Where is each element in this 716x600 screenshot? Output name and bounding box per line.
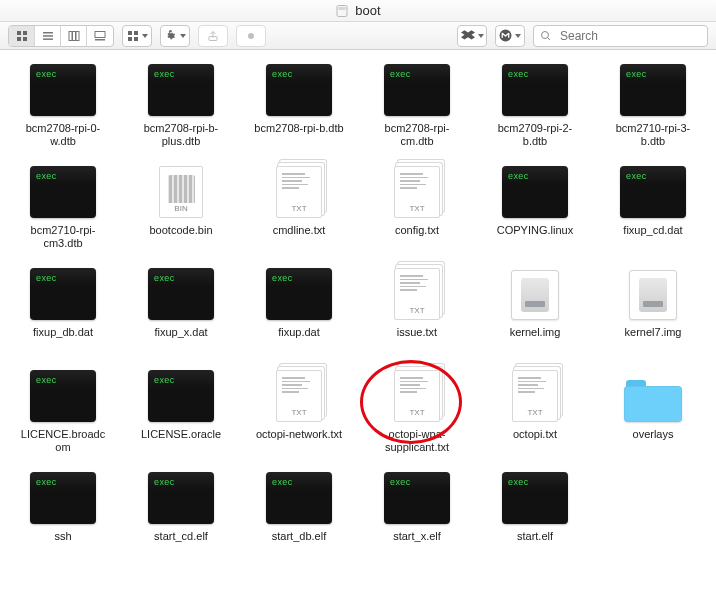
file-item[interactable]: exec start_x.elf xyxy=(372,472,462,556)
file-item[interactable]: TXT octopi-wpa-supplicant.txt xyxy=(372,370,462,454)
file-label: kernel7.img xyxy=(625,326,682,352)
mega-button[interactable] xyxy=(495,25,525,47)
file-label: config.txt xyxy=(395,224,439,250)
file-label: LICENSE.oracle xyxy=(141,428,221,454)
file-item[interactable]: exec bcm2708-rpi-b-plus.dtb xyxy=(136,64,226,148)
file-item[interactable]: exec LICENSE.oracle xyxy=(136,370,226,454)
file-label: start.elf xyxy=(517,530,553,556)
file-label: bcm2708-rpi-0-w.dtb xyxy=(18,122,108,148)
file-label: COPYING.linux xyxy=(497,224,573,250)
file-label: fixup_db.dat xyxy=(33,326,93,352)
file-label: cmdline.txt xyxy=(273,224,326,250)
file-item[interactable]: exec start.elf xyxy=(490,472,580,556)
view-column-icon[interactable] xyxy=(61,26,87,46)
file-item[interactable]: exec fixup_x.dat xyxy=(136,268,226,352)
txt-file-icon: TXT xyxy=(394,166,440,218)
svg-rect-6 xyxy=(43,32,53,34)
svg-rect-11 xyxy=(76,31,79,40)
exec-file-icon: exec xyxy=(502,472,568,524)
file-item[interactable]: exec bcm2708-rpi-b.dtb xyxy=(254,64,344,148)
window-title: boot xyxy=(355,3,380,18)
exec-file-icon: exec xyxy=(30,64,96,116)
exec-file-icon: exec xyxy=(30,268,96,320)
svg-rect-14 xyxy=(128,31,132,35)
file-browser-content[interactable]: exec bcm2708-rpi-0-w.dtb exec bcm2708-rp… xyxy=(0,50,716,600)
file-label: bootcode.bin xyxy=(150,224,213,250)
file-item[interactable]: exec bcm2710-rpi-cm3.dtb xyxy=(18,166,108,250)
svg-rect-10 xyxy=(72,31,75,40)
view-list-icon[interactable] xyxy=(35,26,61,46)
exec-file-icon: exec xyxy=(384,64,450,116)
search-input[interactable] xyxy=(558,28,712,44)
svg-rect-2 xyxy=(17,31,21,35)
view-icon-icon[interactable] xyxy=(9,26,35,46)
file-item[interactable]: exec start_cd.elf xyxy=(136,472,226,556)
file-item[interactable]: exec bcm2710-rpi-3-b.dtb xyxy=(608,64,698,148)
folder-icon xyxy=(624,378,682,422)
search-field[interactable] xyxy=(533,25,708,47)
exec-file-icon: exec xyxy=(30,166,96,218)
exec-file-icon: exec xyxy=(266,472,332,524)
volume-icon xyxy=(335,4,349,18)
file-item[interactable]: TXT cmdline.txt xyxy=(254,166,344,250)
txt-file-icon: TXT xyxy=(276,166,322,218)
file-item[interactable]: exec LICENCE.broadcom xyxy=(18,370,108,454)
file-label: bcm2708-rpi-b.dtb xyxy=(254,122,343,148)
action-menu-button[interactable] xyxy=(160,25,190,47)
file-item[interactable]: exec bcm2708-rpi-0-w.dtb xyxy=(18,64,108,148)
exec-file-icon: exec xyxy=(148,64,214,116)
file-item[interactable]: exec bcm2708-rpi-cm.dtb xyxy=(372,64,462,148)
file-item[interactable]: exec COPYING.linux xyxy=(490,166,580,250)
file-label: bcm2708-rpi-cm.dtb xyxy=(372,122,462,148)
file-label: start_x.elf xyxy=(393,530,441,556)
file-item[interactable]: exec ssh xyxy=(18,472,108,556)
file-item[interactable]: TXT config.txt xyxy=(372,166,462,250)
svg-point-21 xyxy=(542,31,549,38)
file-item[interactable]: TXT octopi-network.txt xyxy=(254,370,344,454)
file-item[interactable]: TXT issue.txt xyxy=(372,268,462,352)
file-item[interactable]: TXT octopi.txt xyxy=(490,370,580,454)
view-gallery-icon[interactable] xyxy=(87,26,113,46)
exec-file-icon: exec xyxy=(266,268,332,320)
svg-rect-12 xyxy=(95,31,105,37)
file-item[interactable]: kernel7.img xyxy=(608,268,698,352)
file-label: kernel.img xyxy=(510,326,561,352)
bin-file-icon: BIN xyxy=(159,166,203,218)
toolbar xyxy=(0,22,716,50)
svg-line-22 xyxy=(548,37,551,40)
exec-file-icon: exec xyxy=(620,166,686,218)
share-button[interactable] xyxy=(198,25,228,47)
file-item[interactable]: exec start_db.elf xyxy=(254,472,344,556)
file-item[interactable]: exec fixup.dat xyxy=(254,268,344,352)
arrange-menu-button[interactable] xyxy=(122,25,152,47)
file-label: fixup_cd.dat xyxy=(623,224,682,250)
file-item[interactable]: BIN bootcode.bin xyxy=(136,166,226,250)
file-label: bcm2710-rpi-cm3.dtb xyxy=(18,224,108,250)
file-label: octopi-wpa-supplicant.txt xyxy=(372,428,462,454)
file-label: LICENCE.broadcom xyxy=(18,428,108,454)
txt-file-icon: TXT xyxy=(394,268,440,320)
file-label: bcm2709-rpi-2-b.dtb xyxy=(490,122,580,148)
file-label: fixup.dat xyxy=(278,326,320,352)
exec-file-icon: exec xyxy=(502,166,568,218)
txt-file-icon: TXT xyxy=(394,370,440,422)
svg-rect-4 xyxy=(17,37,21,41)
svg-point-19 xyxy=(248,33,254,39)
exec-file-icon: exec xyxy=(502,64,568,116)
file-item[interactable]: kernel.img xyxy=(490,268,580,352)
file-label: fixup_x.dat xyxy=(154,326,207,352)
file-label: start_db.elf xyxy=(272,530,326,556)
file-item[interactable]: overlays xyxy=(608,370,698,454)
file-item[interactable]: exec fixup_cd.dat xyxy=(608,166,698,250)
file-item[interactable]: exec fixup_db.dat xyxy=(18,268,108,352)
dropbox-button[interactable] xyxy=(457,25,487,47)
svg-rect-15 xyxy=(134,31,138,35)
search-icon xyxy=(540,30,552,42)
txt-file-icon: TXT xyxy=(512,370,558,422)
img-file-icon xyxy=(629,270,677,320)
svg-rect-16 xyxy=(128,37,132,41)
svg-rect-5 xyxy=(23,37,27,41)
exec-file-icon: exec xyxy=(30,370,96,422)
tags-button[interactable] xyxy=(236,25,266,47)
file-item[interactable]: exec bcm2709-rpi-2-b.dtb xyxy=(490,64,580,148)
